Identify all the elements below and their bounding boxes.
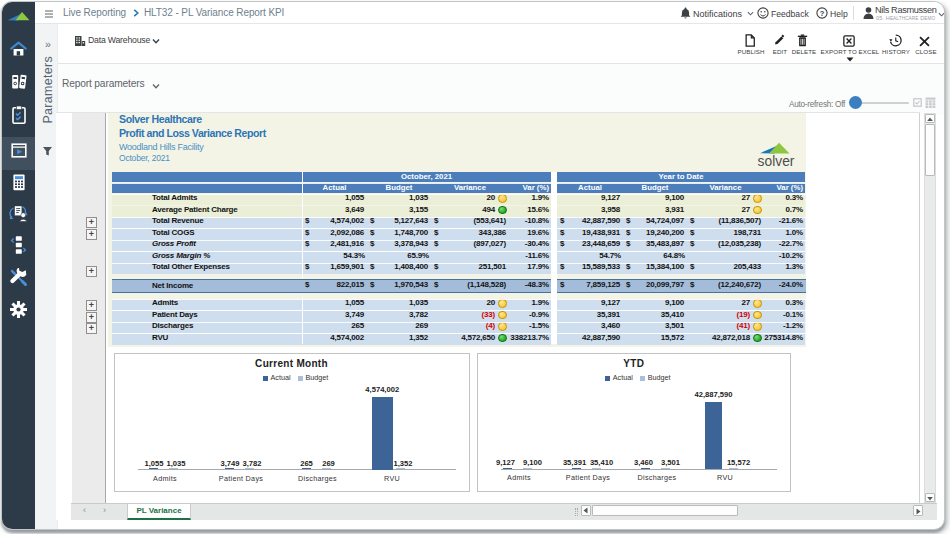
svg-text:solver: solver xyxy=(758,154,795,169)
